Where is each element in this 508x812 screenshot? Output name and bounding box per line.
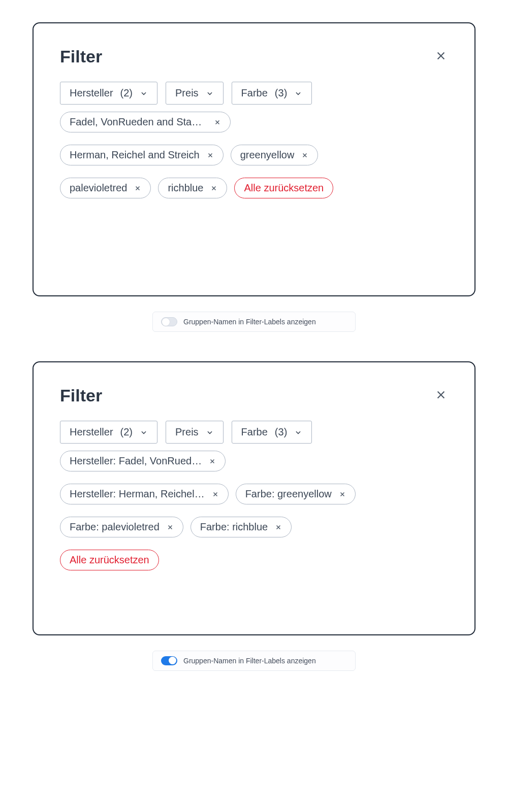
active-filters-row: Hersteller: Fadel, VonRued… Hersteller: … xyxy=(60,451,448,570)
filter-category-hersteller[interactable]: Hersteller (2) xyxy=(60,82,157,105)
chip-label: palevioletred xyxy=(70,182,127,194)
filter-categories-row: Hersteller (2) Preis Farbe (3) xyxy=(60,82,448,105)
filter-category-farbe[interactable]: Farbe (3) xyxy=(232,421,312,444)
remove-icon[interactable] xyxy=(209,458,216,465)
chip-label: Fadel, VonRueden and Stan… xyxy=(70,116,207,128)
filter-chip[interactable]: richblue xyxy=(158,178,227,198)
remove-icon[interactable] xyxy=(212,491,219,498)
toggle-knob xyxy=(162,318,170,326)
filter-chip[interactable]: Farbe: richblue xyxy=(190,517,292,537)
filter-category-preis[interactable]: Preis xyxy=(166,82,224,105)
filter-category-label: Farbe xyxy=(241,426,268,438)
filter-category-label: Preis xyxy=(175,426,199,438)
chevron-down-icon xyxy=(294,428,302,436)
reset-all-button[interactable]: Alle zurücksetzen xyxy=(234,178,333,198)
filter-category-label: Hersteller xyxy=(70,87,113,99)
toggle-label: Gruppen-Namen in Filter-Labels anzeigen xyxy=(183,657,316,665)
panel-title: Filter xyxy=(60,386,102,405)
chevron-down-icon xyxy=(206,89,214,97)
chevron-down-icon xyxy=(140,89,148,97)
panel-title: Filter xyxy=(60,47,102,66)
filter-chip[interactable]: palevioletred xyxy=(60,178,151,198)
remove-icon[interactable] xyxy=(339,491,346,498)
chip-label: Hersteller: Fadel, VonRued… xyxy=(70,455,202,467)
remove-icon[interactable] xyxy=(167,524,174,531)
toggle-knob xyxy=(169,657,176,664)
chip-label: richblue xyxy=(168,182,203,194)
chip-label: greenyellow xyxy=(240,149,295,161)
filter-category-label: Farbe xyxy=(241,87,268,99)
remove-icon[interactable] xyxy=(214,119,221,126)
close-icon xyxy=(435,389,447,402)
chevron-down-icon xyxy=(294,89,302,97)
chip-label: Hersteller: Herman, Reichel… xyxy=(70,488,205,500)
remove-icon[interactable] xyxy=(275,524,282,531)
group-names-toggle[interactable] xyxy=(161,656,177,665)
filter-chip[interactable]: greenyellow xyxy=(231,145,319,165)
filter-chip[interactable]: Hersteller: Herman, Reichel… xyxy=(60,484,229,504)
close-button[interactable] xyxy=(434,389,448,403)
filter-chip[interactable]: Farbe: greenyellow xyxy=(236,484,356,504)
filter-panel: Filter Hersteller (2) Preis Farbe (3) xyxy=(33,361,475,635)
filter-category-count: (2) xyxy=(120,426,133,438)
filter-category-farbe[interactable]: Farbe (3) xyxy=(232,82,312,105)
filter-chip[interactable]: Hersteller: Fadel, VonRued… xyxy=(60,451,226,471)
filter-category-preis[interactable]: Preis xyxy=(166,421,224,444)
active-filters-row: Fadel, VonRueden and Stan… Herman, Reich… xyxy=(60,112,448,198)
remove-icon[interactable] xyxy=(134,185,141,192)
chip-label: Farbe: palevioletred xyxy=(70,521,160,533)
filter-chip[interactable]: Farbe: palevioletred xyxy=(60,517,183,537)
filter-chip[interactable]: Herman, Reichel and Streich xyxy=(60,145,224,165)
filter-category-count: (2) xyxy=(120,87,133,99)
chevron-down-icon xyxy=(140,428,148,436)
reset-label: Alle zurücksetzen xyxy=(70,554,149,566)
panel-header: Filter xyxy=(60,47,448,66)
close-button[interactable] xyxy=(434,50,448,64)
filter-category-count: (3) xyxy=(275,87,287,99)
filter-category-hersteller[interactable]: Hersteller (2) xyxy=(60,421,157,444)
toggle-bar: Gruppen-Namen in Filter-Labels anzeigen xyxy=(152,651,356,671)
chip-label: Herman, Reichel and Streich xyxy=(70,149,200,161)
chip-label: Farbe: greenyellow xyxy=(245,488,332,500)
toggle-label: Gruppen-Namen in Filter-Labels anzeigen xyxy=(183,318,316,326)
panel-header: Filter xyxy=(60,386,448,405)
chevron-down-icon xyxy=(206,428,214,436)
filter-category-label: Preis xyxy=(175,87,199,99)
filter-category-count: (3) xyxy=(275,426,287,438)
remove-icon[interactable] xyxy=(210,185,217,192)
remove-icon[interactable] xyxy=(301,152,308,159)
close-icon xyxy=(435,50,447,63)
toggle-bar: Gruppen-Namen in Filter-Labels anzeigen xyxy=(152,312,356,332)
reset-label: Alle zurücksetzen xyxy=(244,182,324,194)
filter-chip[interactable]: Fadel, VonRueden and Stan… xyxy=(60,112,231,132)
chip-label: Farbe: richblue xyxy=(200,521,268,533)
filter-categories-row: Hersteller (2) Preis Farbe (3) xyxy=(60,421,448,444)
remove-icon[interactable] xyxy=(207,152,214,159)
filter-category-label: Hersteller xyxy=(70,426,113,438)
filter-panel: Filter Hersteller (2) Preis Farbe (3) xyxy=(33,22,475,296)
reset-all-button[interactable]: Alle zurücksetzen xyxy=(60,550,159,570)
group-names-toggle[interactable] xyxy=(161,317,177,326)
